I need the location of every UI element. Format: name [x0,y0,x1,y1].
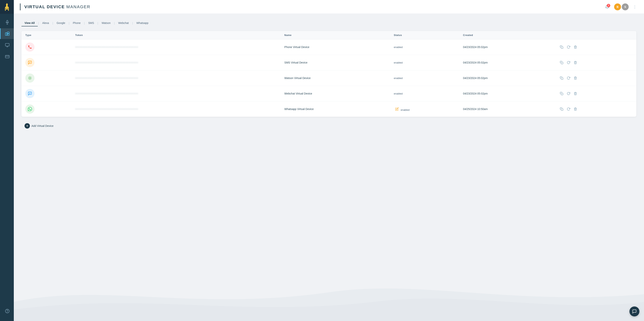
delete-button[interactable] [572,59,578,66]
cell-status: enabled [390,86,459,101]
filter-tab-whatsapp[interactable]: Whatsapp [133,20,152,26]
filter-tab-view-all[interactable]: View All [22,20,38,26]
svg-line-23 [31,79,31,79]
webchat-type-icon [25,89,34,98]
avatar-s[interactable]: S [622,3,629,10]
cell-created: 04/23/2024 05:02pm [459,86,555,101]
delete-button[interactable] [572,44,578,50]
more-menu-button[interactable]: ⋮ [632,4,638,10]
sidebar-item-card[interactable] [0,51,14,62]
cell-created: 04/23/2024 05:02pm [459,39,555,55]
filter-tab-phone[interactable]: Phone [70,20,84,26]
svg-rect-2 [7,20,8,22]
cell-status: enabled [390,101,459,117]
col-token: Token [71,31,280,39]
col-created: Created [459,31,555,39]
content-area: View All | Alexa | Google | Phone | SMS … [14,14,644,321]
token-value: •••••••••••••••••••••••••••••••••••••••• [75,92,138,95]
table-row: ••••••••••••••••••••••••••••••••••••••••… [22,101,636,117]
sidebar-item-devices[interactable] [0,28,14,39]
col-status: Status [390,31,459,39]
cell-name: Watson Virtual Device [280,70,390,86]
cell-type [22,55,71,70]
chat-bubble-button[interactable] [630,307,640,317]
copy-button[interactable] [558,106,565,112]
filter-tab-webchat[interactable]: Webchat [115,20,132,26]
bg-decoration [14,264,644,321]
svg-point-19 [29,77,31,79]
phone-type-icon [25,42,34,52]
refresh-button[interactable] [566,44,572,50]
cell-token: •••••••••••••••••••••••••••••••••••••••• [71,70,280,86]
cell-status: enabled [390,55,459,70]
cell-token: •••••••••••••••••••••••••••••••••••••••• [71,86,280,101]
action-buttons [558,91,632,97]
cell-type [22,101,71,117]
cell-name: SMS Virtual Device [280,55,390,70]
status-badge: enabled [400,109,410,111]
notification-badge: 3 [607,4,610,7]
device-name: Watson Virtual Device [284,77,311,80]
svg-rect-8 [5,43,9,46]
copy-button[interactable] [558,75,565,81]
header-divider [20,3,20,10]
sidebar-item-microphone[interactable] [0,17,14,27]
logo[interactable] [0,0,14,14]
table-row: ••••••••••••••••••••••••••••••••••••••••… [22,86,636,101]
created-date: 04/25/2024 10:50am [463,108,488,111]
edit-button[interactable] [394,106,400,112]
cell-actions [555,101,636,117]
cell-type [22,39,71,55]
svg-line-27 [31,77,31,77]
filter-tab-alexa[interactable]: Alexa [39,20,52,26]
col-type: Type [22,31,71,39]
refresh-button[interactable] [566,91,572,97]
sidebar-bottom [0,306,14,321]
svg-rect-31 [561,93,563,95]
table-row: ••••••••••••••••••••••••••••••••••••••••… [22,70,636,86]
token-value: •••••••••••••••••••••••••••••••••••••••• [75,46,138,49]
main-content: VIRTUAL DEVICE MANAGER 3 B S ⋮ [14,0,644,321]
cell-created: 04/25/2024 10:50am [459,101,555,117]
status-badge: enabled [394,92,403,95]
created-date: 04/23/2024 05:02pm [463,92,488,95]
delete-button[interactable] [572,75,578,81]
add-virtual-device-button[interactable]: + Add Virtual Device [22,121,56,131]
refresh-button[interactable] [566,106,572,112]
svg-line-26 [28,79,29,79]
sms-type-icon [25,58,34,67]
token-value: •••••••••••••••••••••••••••••••••••••••• [75,108,138,111]
svg-rect-11 [5,55,9,58]
created-date: 04/23/2024 05:02pm [463,77,488,80]
avatar-group: B S [614,3,629,10]
devices-table-container: Type Token Name Status Created •••••••••… [22,31,636,117]
cell-actions [555,86,636,101]
cell-name: Whatsapp Virtual Device [280,101,390,117]
filter-tab-watson[interactable]: Watson [98,20,114,26]
delete-button[interactable] [572,106,578,112]
notification-button[interactable]: 3 [603,3,611,11]
cell-actions [555,39,636,55]
col-name: Name [280,31,390,39]
table-row: ••••••••••••••••••••••••••••••••••••••••… [22,39,636,55]
filter-tab-sms[interactable]: SMS [85,20,97,26]
copy-button[interactable] [558,44,565,50]
svg-rect-6 [7,32,9,33]
delete-button[interactable] [572,91,578,97]
filter-tabs: View All | Alexa | Google | Phone | SMS … [22,20,636,26]
filter-tab-google[interactable]: Google [54,20,68,26]
cell-status: enabled [390,39,459,55]
refresh-button[interactable] [566,75,572,81]
copy-button[interactable] [558,91,565,97]
sidebar-item-monitor[interactable] [0,40,14,50]
svg-rect-7 [7,34,9,35]
cell-type [22,70,71,86]
svg-line-22 [28,77,29,77]
token-value: •••••••••••••••••••••••••••••••••••••••• [75,77,138,80]
refresh-button[interactable] [566,59,572,66]
table-header-row: Type Token Name Status Created [22,31,636,39]
sidebar-item-help[interactable] [0,306,14,317]
sidebar [0,0,14,321]
copy-button[interactable] [558,59,565,66]
avatar-b[interactable]: B [614,3,621,10]
